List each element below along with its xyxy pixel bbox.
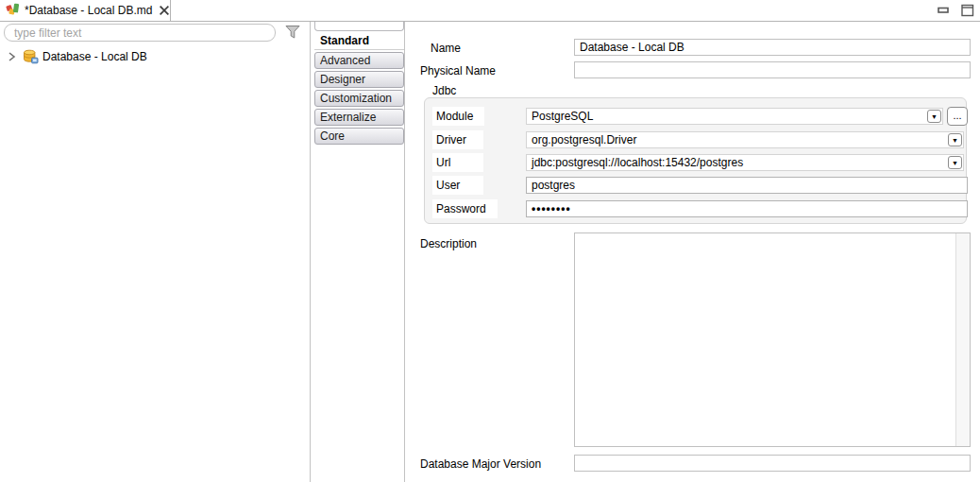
user-input[interactable] xyxy=(526,177,968,194)
password-input[interactable] xyxy=(526,200,968,217)
url-value: jdbc:postgresql://localhost:15432/postgr… xyxy=(532,156,743,170)
maximize-icon[interactable] xyxy=(961,4,974,17)
jdbc-group-label: Jdbc xyxy=(432,84,456,97)
tree-item-label: Database - Local DB xyxy=(42,50,147,63)
description-label: Description xyxy=(420,237,477,250)
description-textarea[interactable] xyxy=(575,233,956,446)
module-combo[interactable]: PostgreSQL ▼ xyxy=(526,108,943,125)
form-separator xyxy=(404,22,405,482)
category-tab-column: Standard Advanced Designer Customization… xyxy=(314,22,404,145)
module-browse-button[interactable]: ... xyxy=(947,107,968,126)
tree-item-database[interactable]: Database - Local DB xyxy=(0,47,310,65)
db-major-version-label: Database Major Version xyxy=(420,457,541,471)
password-label: Password xyxy=(432,199,498,218)
driver-value: org.postgresql.Driver xyxy=(532,133,636,147)
jdbc-group: Module PostgreSQL ▼ ... Driver org.postg… xyxy=(424,97,967,224)
editor-tab-bar: *Database - Local DB.md xyxy=(0,0,980,22)
module-dropdown-icon[interactable]: ▼ xyxy=(927,110,941,123)
url-label: Url xyxy=(432,153,483,172)
description-scrollbar[interactable] xyxy=(955,233,970,446)
database-icon xyxy=(23,49,39,64)
filter-input[interactable] xyxy=(4,24,276,42)
module-label: Module xyxy=(432,107,484,126)
driver-label: Driver xyxy=(432,130,483,149)
driver-dropdown-icon[interactable]: ▼ xyxy=(948,133,962,146)
name-input[interactable] xyxy=(574,39,971,56)
tab-close-icon[interactable] xyxy=(160,6,169,15)
physical-name-label: Physical Name xyxy=(420,64,496,77)
description-field xyxy=(574,232,971,447)
tab-designer[interactable]: Designer xyxy=(314,71,404,88)
tab-advanced[interactable]: Advanced xyxy=(314,52,404,69)
tab-standard[interactable]: Standard xyxy=(314,32,404,50)
tab-core[interactable]: Core xyxy=(314,128,404,145)
minimize-icon[interactable] xyxy=(938,7,949,14)
url-row: Url jdbc:postgresql://localhost:15432/po… xyxy=(432,153,961,172)
panel-separator xyxy=(310,22,311,482)
tab-externalize[interactable]: Externalize xyxy=(314,109,404,126)
driver-combo[interactable]: org.postgresql.Driver ▼ xyxy=(526,131,964,148)
category-tab-partial xyxy=(314,22,404,31)
model-file-icon xyxy=(6,2,20,19)
database-model-editor: *Database - Local DB.md xyxy=(0,0,980,482)
module-value: PostgreSQL xyxy=(532,110,593,124)
filter-funnel-icon[interactable] xyxy=(283,23,302,42)
tree-expander-icon[interactable] xyxy=(8,51,16,62)
view-window-controls xyxy=(938,0,974,21)
url-combo[interactable]: jdbc:postgresql://localhost:15432/postgr… xyxy=(526,154,964,171)
driver-row: Driver org.postgresql.Driver ▼ xyxy=(432,130,961,149)
url-dropdown-icon[interactable]: ▼ xyxy=(948,156,962,169)
physical-name-input[interactable] xyxy=(574,61,971,78)
editor-tab-title: *Database - Local DB.md xyxy=(25,4,152,17)
user-label: User xyxy=(432,176,483,195)
password-row: Password xyxy=(432,199,961,218)
module-row: Module PostgreSQL ▼ ... xyxy=(432,107,961,126)
name-label: Name xyxy=(431,42,461,55)
user-row: User xyxy=(432,176,961,195)
db-major-version-input[interactable] xyxy=(574,455,971,472)
tab-customization[interactable]: Customization xyxy=(314,90,404,107)
editor-tab[interactable]: *Database - Local DB.md xyxy=(0,0,171,21)
